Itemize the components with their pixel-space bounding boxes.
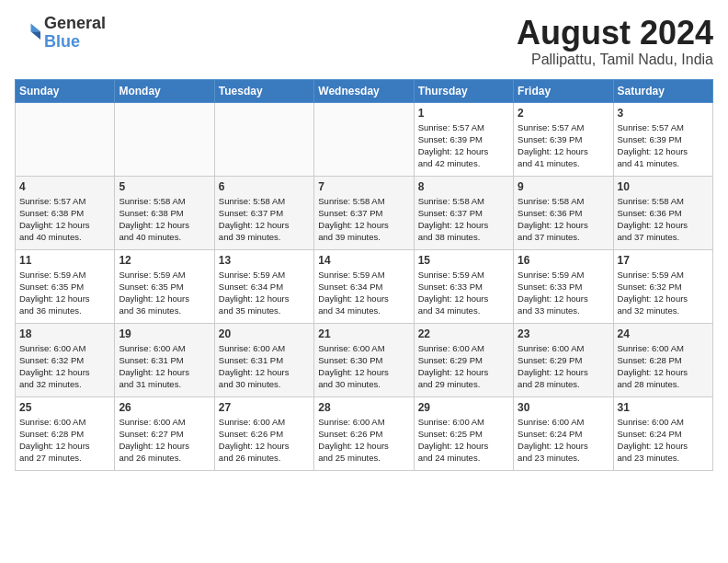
day-info: Sunrise: 5:59 AMSunset: 6:33 PMDaylight:… xyxy=(518,269,609,317)
day-info: Sunrise: 6:00 AMSunset: 6:25 PMDaylight:… xyxy=(418,416,509,465)
day-info: Sunrise: 5:58 AMSunset: 6:36 PMDaylight:… xyxy=(518,195,609,244)
day-number: 20 xyxy=(219,327,310,340)
calendar-cell: 9Sunrise: 5:58 AMSunset: 6:36 PMDaylight… xyxy=(514,176,613,249)
day-info: Sunrise: 6:00 AMSunset: 6:29 PMDaylight:… xyxy=(418,342,509,391)
calendar-cell xyxy=(314,102,414,176)
day-header-sunday: Sunday xyxy=(16,79,115,102)
calendar-cell: 23Sunrise: 6:00 AMSunset: 6:29 PMDayligh… xyxy=(514,323,613,396)
day-info: Sunrise: 5:57 AMSunset: 6:38 PMDaylight:… xyxy=(19,195,110,244)
day-number: 12 xyxy=(119,254,210,267)
day-info: Sunrise: 6:00 AMSunset: 6:28 PMDaylight:… xyxy=(19,416,110,465)
calendar-cell: 29Sunrise: 6:00 AMSunset: 6:25 PMDayligh… xyxy=(414,396,513,470)
day-number: 4 xyxy=(19,180,110,193)
calendar-header-row: SundayMondayTuesdayWednesdayThursdayFrid… xyxy=(16,79,713,102)
day-info: Sunrise: 5:59 AMSunset: 6:32 PMDaylight:… xyxy=(618,269,709,317)
day-number: 16 xyxy=(518,254,609,267)
day-number: 13 xyxy=(219,254,310,267)
calendar-cell: 1Sunrise: 5:57 AMSunset: 6:39 PMDaylight… xyxy=(414,102,513,176)
calendar-title: August 2024 xyxy=(517,15,713,52)
calendar-cell: 18Sunrise: 6:00 AMSunset: 6:32 PMDayligh… xyxy=(16,323,115,396)
day-info: Sunrise: 5:57 AMSunset: 6:39 PMDaylight:… xyxy=(518,121,609,170)
svg-marker-2 xyxy=(31,31,41,40)
day-number: 10 xyxy=(618,180,709,193)
calendar-cell: 10Sunrise: 5:58 AMSunset: 6:36 PMDayligh… xyxy=(613,176,712,249)
day-info: Sunrise: 5:59 AMSunset: 6:34 PMDaylight:… xyxy=(318,269,409,317)
calendar-table: SundayMondayTuesdayWednesdayThursdayFrid… xyxy=(15,79,713,471)
day-number: 30 xyxy=(518,401,609,414)
calendar-cell: 15Sunrise: 5:59 AMSunset: 6:33 PMDayligh… xyxy=(414,249,513,323)
title-block: August 2024 Pallipattu, Tamil Nadu, Indi… xyxy=(517,15,713,68)
calendar-week-1: 1Sunrise: 5:57 AMSunset: 6:39 PMDaylight… xyxy=(16,102,713,176)
calendar-cell: 14Sunrise: 5:59 AMSunset: 6:34 PMDayligh… xyxy=(314,249,414,323)
day-number: 14 xyxy=(318,254,409,267)
calendar-week-2: 4Sunrise: 5:57 AMSunset: 6:38 PMDaylight… xyxy=(16,176,713,249)
day-header-thursday: Thursday xyxy=(414,79,513,102)
calendar-cell: 27Sunrise: 6:00 AMSunset: 6:26 PMDayligh… xyxy=(214,396,313,470)
calendar-cell: 30Sunrise: 6:00 AMSunset: 6:24 PMDayligh… xyxy=(514,396,613,470)
calendar-cell: 22Sunrise: 6:00 AMSunset: 6:29 PMDayligh… xyxy=(414,323,513,396)
calendar-cell: 6Sunrise: 5:58 AMSunset: 6:37 PMDaylight… xyxy=(214,176,313,249)
day-info: Sunrise: 6:00 AMSunset: 6:29 PMDaylight:… xyxy=(518,342,609,391)
svg-marker-1 xyxy=(31,23,41,31)
logo-blue-text: Blue xyxy=(44,32,80,51)
day-info: Sunrise: 5:58 AMSunset: 6:37 PMDaylight:… xyxy=(219,195,310,244)
calendar-cell: 28Sunrise: 6:00 AMSunset: 6:26 PMDayligh… xyxy=(314,396,414,470)
day-info: Sunrise: 5:58 AMSunset: 6:38 PMDaylight:… xyxy=(119,195,210,244)
day-header-monday: Monday xyxy=(115,79,214,102)
day-info: Sunrise: 5:59 AMSunset: 6:34 PMDaylight:… xyxy=(219,269,310,317)
day-header-saturday: Saturday xyxy=(613,79,712,102)
day-number: 17 xyxy=(618,254,709,267)
calendar-week-5: 25Sunrise: 6:00 AMSunset: 6:28 PMDayligh… xyxy=(16,396,713,470)
day-info: Sunrise: 5:58 AMSunset: 6:37 PMDaylight:… xyxy=(318,195,409,244)
day-number: 6 xyxy=(219,180,310,193)
calendar-subtitle: Pallipattu, Tamil Nadu, India xyxy=(517,52,713,68)
day-number: 18 xyxy=(19,327,110,340)
calendar-cell: 13Sunrise: 5:59 AMSunset: 6:34 PMDayligh… xyxy=(214,249,313,323)
day-info: Sunrise: 6:00 AMSunset: 6:32 PMDaylight:… xyxy=(19,342,110,391)
calendar-cell: 16Sunrise: 5:59 AMSunset: 6:33 PMDayligh… xyxy=(514,249,613,323)
page-header: General Blue August 2024 Pallipattu, Tam… xyxy=(15,15,713,68)
calendar-cell: 3Sunrise: 5:57 AMSunset: 6:39 PMDaylight… xyxy=(613,102,712,176)
day-header-wednesday: Wednesday xyxy=(314,79,414,102)
calendar-cell: 31Sunrise: 6:00 AMSunset: 6:24 PMDayligh… xyxy=(613,396,712,470)
calendar-cell xyxy=(214,102,313,176)
day-info: Sunrise: 5:57 AMSunset: 6:39 PMDaylight:… xyxy=(618,121,709,170)
day-info: Sunrise: 5:59 AMSunset: 6:35 PMDaylight:… xyxy=(19,269,110,317)
day-number: 22 xyxy=(418,327,509,340)
day-number: 21 xyxy=(318,327,409,340)
calendar-cell: 11Sunrise: 5:59 AMSunset: 6:35 PMDayligh… xyxy=(16,249,115,323)
calendar-cell: 8Sunrise: 5:58 AMSunset: 6:37 PMDaylight… xyxy=(414,176,513,249)
day-number: 11 xyxy=(19,254,110,267)
day-info: Sunrise: 6:00 AMSunset: 6:30 PMDaylight:… xyxy=(318,342,409,391)
calendar-cell: 26Sunrise: 6:00 AMSunset: 6:27 PMDayligh… xyxy=(115,396,214,470)
day-number: 7 xyxy=(318,180,409,193)
calendar-week-3: 11Sunrise: 5:59 AMSunset: 6:35 PMDayligh… xyxy=(16,249,713,323)
day-number: 25 xyxy=(19,401,110,414)
day-number: 3 xyxy=(618,107,709,120)
day-info: Sunrise: 6:00 AMSunset: 6:24 PMDaylight:… xyxy=(518,416,609,465)
calendar-cell: 5Sunrise: 5:58 AMSunset: 6:38 PMDaylight… xyxy=(115,176,214,249)
day-number: 31 xyxy=(618,401,709,414)
calendar-body: 1Sunrise: 5:57 AMSunset: 6:39 PMDaylight… xyxy=(16,102,713,470)
calendar-cell: 21Sunrise: 6:00 AMSunset: 6:30 PMDayligh… xyxy=(314,323,414,396)
calendar-cell: 7Sunrise: 5:58 AMSunset: 6:37 PMDaylight… xyxy=(314,176,414,249)
day-number: 29 xyxy=(418,401,509,414)
calendar-week-4: 18Sunrise: 6:00 AMSunset: 6:32 PMDayligh… xyxy=(16,323,713,396)
calendar-cell xyxy=(16,102,115,176)
day-info: Sunrise: 6:00 AMSunset: 6:26 PMDaylight:… xyxy=(219,416,310,465)
day-info: Sunrise: 5:58 AMSunset: 6:37 PMDaylight:… xyxy=(418,195,509,244)
calendar-cell xyxy=(115,102,214,176)
calendar-cell: 12Sunrise: 5:59 AMSunset: 6:35 PMDayligh… xyxy=(115,249,214,323)
calendar-cell: 4Sunrise: 5:57 AMSunset: 6:38 PMDaylight… xyxy=(16,176,115,249)
day-info: Sunrise: 6:00 AMSunset: 6:27 PMDaylight:… xyxy=(119,416,210,465)
day-number: 27 xyxy=(219,401,310,414)
day-info: Sunrise: 5:59 AMSunset: 6:33 PMDaylight:… xyxy=(418,269,509,317)
day-header-friday: Friday xyxy=(514,79,613,102)
calendar-cell: 19Sunrise: 6:00 AMSunset: 6:31 PMDayligh… xyxy=(115,323,214,396)
day-number: 24 xyxy=(618,327,709,340)
calendar-cell: 17Sunrise: 5:59 AMSunset: 6:32 PMDayligh… xyxy=(613,249,712,323)
day-number: 8 xyxy=(418,180,509,193)
day-number: 28 xyxy=(318,401,409,414)
day-number: 5 xyxy=(119,180,210,193)
day-number: 15 xyxy=(418,254,509,267)
